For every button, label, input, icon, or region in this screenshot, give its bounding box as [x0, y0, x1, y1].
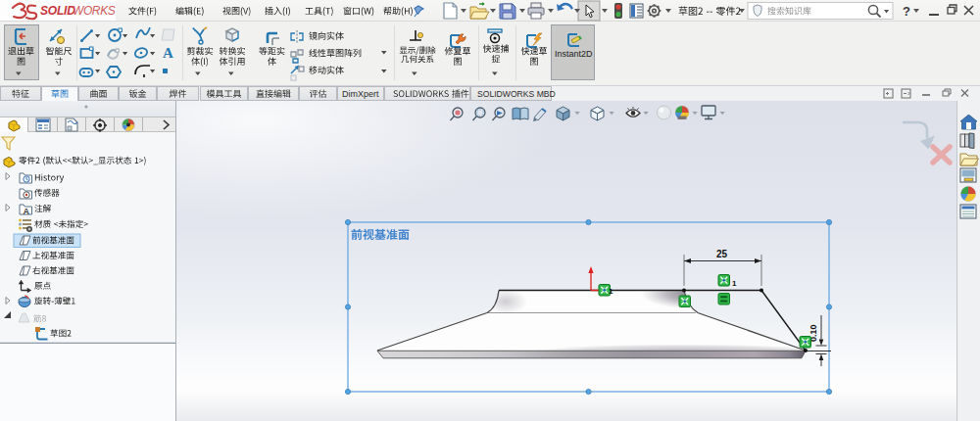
- svg-text:1: 1: [609, 287, 613, 296]
- svg-text:?: ?: [903, 4, 910, 19]
- svg-text:A: A: [163, 45, 173, 61]
- svg-text:1: 1: [732, 279, 737, 288]
- svg-text:DimXpert: DimXpert: [342, 89, 379, 99]
- svg-text:A: A: [24, 207, 30, 216]
- svg-text:Instant2D: Instant2D: [555, 49, 593, 59]
- svg-text:SOLIDWORKS MBD: SOLIDWORKS MBD: [477, 89, 556, 99]
- svg-text:25: 25: [716, 249, 728, 259]
